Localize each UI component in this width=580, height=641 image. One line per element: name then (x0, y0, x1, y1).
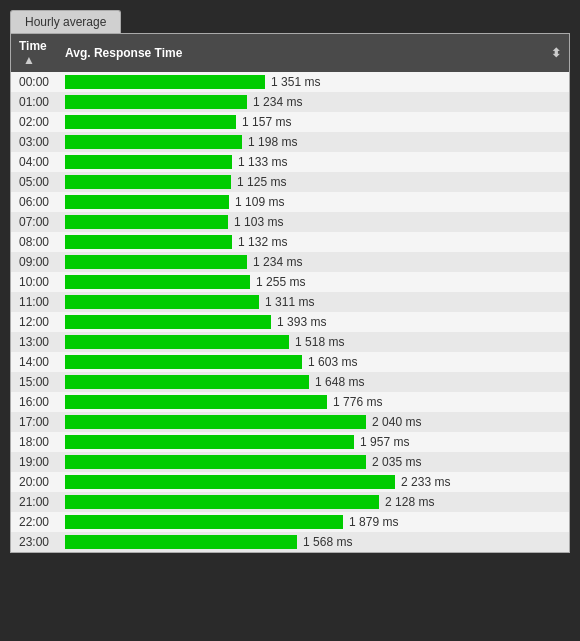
bar-container: 1 198 ms (65, 135, 561, 149)
bar-label: 1 132 ms (238, 235, 287, 249)
bar-label: 2 233 ms (401, 475, 450, 489)
bar-label: 1 518 ms (295, 335, 344, 349)
response-bar (65, 155, 232, 169)
time-cell: 19:00 (11, 452, 57, 472)
table-row: 06:00 1 109 ms (11, 192, 569, 212)
bar-label: 1 568 ms (303, 535, 352, 549)
bar-container: 2 040 ms (65, 415, 561, 429)
response-bar (65, 295, 259, 309)
bar-container: 2 035 ms (65, 455, 561, 469)
bar-container: 1 234 ms (65, 255, 561, 269)
time-header[interactable]: Time ▲ (11, 34, 57, 72)
response-bar (65, 475, 395, 489)
table-row: 22:00 1 879 ms (11, 512, 569, 532)
bar-container: 1 234 ms (65, 95, 561, 109)
bar-cell: 1 393 ms (57, 312, 569, 332)
response-bar (65, 315, 271, 329)
data-table: Time ▲ Avg. Response Time ⬍ 00:00 1 351 … (11, 34, 569, 552)
bar-cell: 1 255 ms (57, 272, 569, 292)
table-row: 01:00 1 234 ms (11, 92, 569, 112)
bar-label: 2 040 ms (372, 415, 421, 429)
tab-bar: Hourly average (10, 10, 570, 33)
bar-label: 1 109 ms (235, 195, 284, 209)
table-row: 21:00 2 128 ms (11, 492, 569, 512)
bar-label: 1 157 ms (242, 115, 291, 129)
response-bar (65, 275, 250, 289)
table-row: 12:00 1 393 ms (11, 312, 569, 332)
table-row: 05:00 1 125 ms (11, 172, 569, 192)
bar-container: 1 518 ms (65, 335, 561, 349)
sort-desc-icon: ⬍ (551, 46, 561, 60)
time-cell: 07:00 (11, 212, 57, 232)
response-bar (65, 495, 379, 509)
bar-label: 1 393 ms (277, 315, 326, 329)
table-row: 14:00 1 603 ms (11, 352, 569, 372)
bar-container: 1 879 ms (65, 515, 561, 529)
bar-cell: 1 234 ms (57, 92, 569, 112)
table-row: 08:00 1 132 ms (11, 232, 569, 252)
time-cell: 17:00 (11, 412, 57, 432)
bar-cell: 1 109 ms (57, 192, 569, 212)
bar-container: 1 957 ms (65, 435, 561, 449)
bar-cell: 1 132 ms (57, 232, 569, 252)
bar-label: 1 255 ms (256, 275, 305, 289)
time-cell: 02:00 (11, 112, 57, 132)
bar-label: 1 648 ms (315, 375, 364, 389)
time-cell: 06:00 (11, 192, 57, 212)
time-cell: 11:00 (11, 292, 57, 312)
bar-container: 1 133 ms (65, 155, 561, 169)
table-row: 13:00 1 518 ms (11, 332, 569, 352)
bar-container: 1 568 ms (65, 535, 561, 549)
time-cell: 23:00 (11, 532, 57, 552)
bar-label: 1 776 ms (333, 395, 382, 409)
bar-cell: 1 125 ms (57, 172, 569, 192)
response-bar (65, 515, 343, 529)
table-row: 07:00 1 103 ms (11, 212, 569, 232)
bar-cell: 1 603 ms (57, 352, 569, 372)
bar-label: 1 603 ms (308, 355, 357, 369)
time-cell: 20:00 (11, 472, 57, 492)
bar-cell: 1 518 ms (57, 332, 569, 352)
response-bar (65, 75, 265, 89)
table-row: 10:00 1 255 ms (11, 272, 569, 292)
table-row: 00:00 1 351 ms (11, 72, 569, 92)
time-cell: 13:00 (11, 332, 57, 352)
sort-asc-icon: ▲ (23, 53, 35, 67)
time-cell: 22:00 (11, 512, 57, 532)
bar-label: 1 103 ms (234, 215, 283, 229)
avg-response-header[interactable]: Avg. Response Time ⬍ (57, 34, 569, 72)
bar-label: 1 879 ms (349, 515, 398, 529)
time-cell: 04:00 (11, 152, 57, 172)
bar-cell: 1 957 ms (57, 432, 569, 452)
table-body: 00:00 1 351 ms 01:00 1 234 ms 02:00 1 15… (11, 72, 569, 552)
bar-label: 1 311 ms (265, 295, 314, 309)
response-bar (65, 535, 297, 549)
response-bar (65, 115, 236, 129)
table-row: 23:00 1 568 ms (11, 532, 569, 552)
time-cell: 21:00 (11, 492, 57, 512)
bar-container: 1 648 ms (65, 375, 561, 389)
table-row: 04:00 1 133 ms (11, 152, 569, 172)
time-cell: 15:00 (11, 372, 57, 392)
table-row: 02:00 1 157 ms (11, 112, 569, 132)
table-header-row: Time ▲ Avg. Response Time ⬍ (11, 34, 569, 72)
bar-cell: 1 157 ms (57, 112, 569, 132)
bar-cell: 2 233 ms (57, 472, 569, 492)
time-cell: 01:00 (11, 92, 57, 112)
table-row: 15:00 1 648 ms (11, 372, 569, 392)
bar-container: 1 351 ms (65, 75, 561, 89)
bar-label: 1 234 ms (253, 95, 302, 109)
bar-cell: 1 103 ms (57, 212, 569, 232)
table-wrapper: Time ▲ Avg. Response Time ⬍ 00:00 1 351 … (10, 33, 570, 553)
table-row: 11:00 1 311 ms (11, 292, 569, 312)
table-row: 17:00 2 040 ms (11, 412, 569, 432)
response-bar (65, 135, 242, 149)
bar-label: 1 125 ms (237, 175, 286, 189)
bar-container: 1 603 ms (65, 355, 561, 369)
bar-label: 1 351 ms (271, 75, 320, 89)
bar-container: 1 776 ms (65, 395, 561, 409)
hourly-average-tab[interactable]: Hourly average (10, 10, 121, 33)
response-bar (65, 355, 302, 369)
response-bar (65, 435, 354, 449)
time-cell: 03:00 (11, 132, 57, 152)
